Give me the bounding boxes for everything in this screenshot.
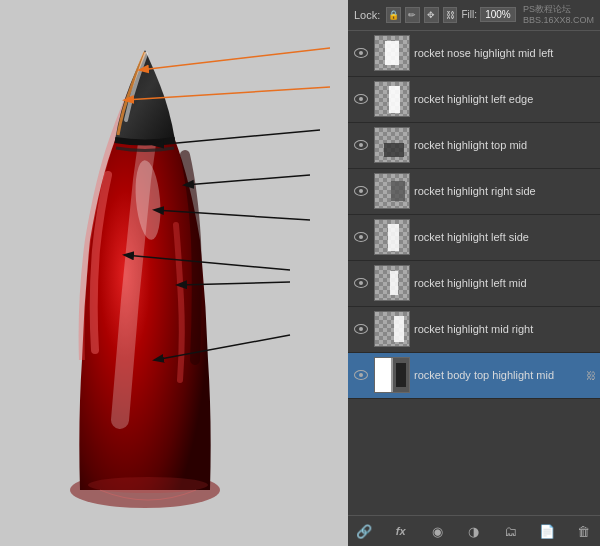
eye-icon (354, 94, 368, 104)
link-icon[interactable]: 🔗 (354, 521, 374, 541)
fx-icon[interactable]: fx (391, 521, 411, 541)
layer-name: rocket highlight left mid (414, 277, 596, 290)
eye-icon (354, 140, 368, 150)
layers-bottom-toolbar: 🔗 fx ◉ ◑ 🗂 📄 🗑 (348, 515, 600, 546)
layer-item[interactable]: rocket highlight left mid (348, 261, 600, 307)
brush-icon[interactable]: ✏ (405, 7, 420, 23)
chain-icon[interactable]: ⛓ (443, 7, 458, 23)
layers-toolbar: Lock: 🔒 ✏ ✥ ⛓ Fill: 100% PS教程论坛 BBS.16XX… (348, 0, 600, 31)
eye-icon (354, 278, 368, 288)
layer-item[interactable]: rocket nose highlight mid left (348, 31, 600, 77)
layer-name: rocket nose highlight mid left (414, 47, 596, 60)
layers-list: rocket nose highlight mid left rocket hi… (348, 31, 600, 515)
layer-item[interactable]: rocket body top highlight mid ⛓ (348, 353, 600, 399)
new-layer-icon[interactable]: 📄 (537, 521, 557, 541)
eye-icon (354, 324, 368, 334)
layer-thumbnail (374, 81, 410, 117)
rocket-canvas (0, 0, 350, 546)
layer-name: rocket highlight right side (414, 185, 596, 198)
layer-thumbnail (374, 311, 410, 347)
layer-name: rocket highlight left edge (414, 93, 596, 106)
layer-visibility-toggle[interactable] (352, 274, 370, 292)
mask-icon[interactable]: ◉ (427, 521, 447, 541)
layer-item[interactable]: rocket highlight left side (348, 215, 600, 261)
layer-visibility-toggle[interactable] (352, 320, 370, 338)
layer-thumbnail (374, 35, 410, 71)
layer-thumbnail (374, 219, 410, 255)
watermark: PS教程论坛 BBS.16XX8.COM (523, 4, 594, 26)
lock-label: Lock: (354, 9, 380, 21)
layer-name: rocket body top highlight mid (414, 369, 586, 382)
eye-icon (354, 370, 368, 380)
eye-icon (354, 232, 368, 242)
layer-name: rocket highlight left side (414, 231, 596, 244)
layer-visibility-toggle[interactable] (352, 90, 370, 108)
move-icon[interactable]: ✥ (424, 7, 439, 23)
rocket-illustration (0, 0, 350, 546)
layer-visibility-toggle[interactable] (352, 366, 370, 384)
layer-item[interactable]: rocket highlight right side (348, 169, 600, 215)
layer-item[interactable]: rocket highlight left edge (348, 77, 600, 123)
layer-thumbnail (374, 173, 410, 209)
layer-name: rocket highlight top mid (414, 139, 596, 152)
layers-panel: Lock: 🔒 ✏ ✥ ⛓ Fill: 100% PS教程论坛 BBS.16XX… (348, 0, 600, 546)
fill-value[interactable]: 100% (480, 7, 516, 22)
folder-icon[interactable]: 🗂 (501, 521, 521, 541)
layer-thumbnail (374, 357, 410, 393)
layer-thumbnail (374, 265, 410, 301)
eye-icon (354, 186, 368, 196)
eye-icon (354, 48, 368, 58)
layer-name: rocket highlight mid right (414, 323, 596, 336)
layer-visibility-toggle[interactable] (352, 44, 370, 62)
layer-item[interactable]: rocket highlight mid right (348, 307, 600, 353)
delete-layer-icon[interactable]: 🗑 (574, 521, 594, 541)
fill-label: Fill: (461, 9, 477, 20)
lock-icon[interactable]: 🔒 (386, 7, 401, 23)
layer-item[interactable]: rocket highlight top mid (348, 123, 600, 169)
layer-thumbnail (374, 127, 410, 163)
layer-visibility-toggle[interactable] (352, 182, 370, 200)
layer-visibility-toggle[interactable] (352, 228, 370, 246)
layer-chain-icon: ⛓ (586, 370, 596, 381)
svg-point-3 (88, 477, 208, 493)
layer-visibility-toggle[interactable] (352, 136, 370, 154)
adjustment-icon[interactable]: ◑ (464, 521, 484, 541)
